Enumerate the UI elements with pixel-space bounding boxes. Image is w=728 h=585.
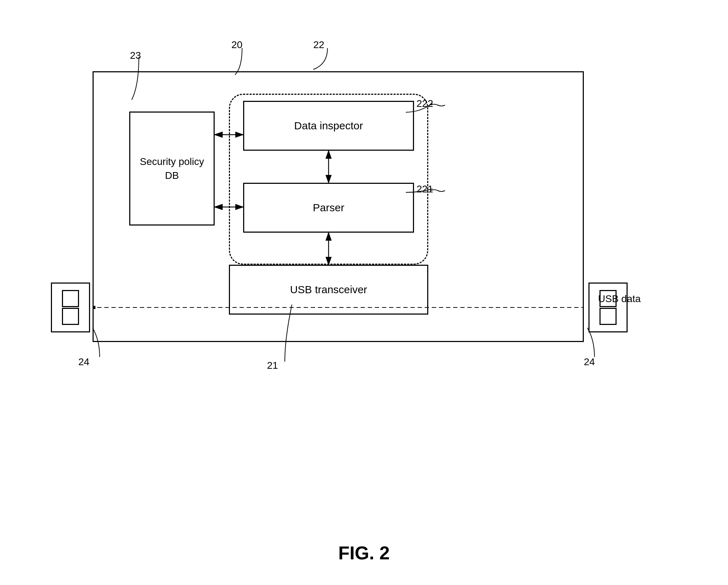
usb-square-right-bottom <box>599 308 617 325</box>
ref-24-left: 24 <box>78 356 89 368</box>
ref-22: 22 <box>313 39 324 51</box>
diagram-container: Security policyDB Data inspector Parser … <box>57 29 669 492</box>
ref-20: 20 <box>231 39 242 51</box>
usb-square-left-bottom <box>62 308 79 325</box>
outer-box: Security policyDB Data inspector Parser … <box>93 71 584 342</box>
usb-data-label: USB data <box>598 293 641 305</box>
fig-caption: FIG. 2 <box>338 542 389 564</box>
ref-21: 21 <box>267 360 278 371</box>
usb-transceiver-box: USB transceiver <box>229 265 428 315</box>
ref-222: 222 <box>417 98 433 109</box>
usb-square-left-top <box>62 290 79 307</box>
usb-connector-left <box>51 283 90 332</box>
data-inspector-label: Data inspector <box>294 120 363 132</box>
usb-connector-right <box>588 283 628 332</box>
data-inspector-box: Data inspector <box>243 101 414 151</box>
security-db-box: Security policyDB <box>129 112 215 226</box>
security-db-label: Security policyDB <box>140 155 204 182</box>
ref-23: 23 <box>130 50 141 61</box>
usb-transceiver-label: USB transceiver <box>290 284 367 296</box>
ref-221: 221 <box>417 183 433 195</box>
ref-24-right: 24 <box>584 356 595 368</box>
parser-box: Parser <box>243 183 414 233</box>
parser-label: Parser <box>313 202 344 214</box>
svg-marker-9 <box>94 306 95 309</box>
